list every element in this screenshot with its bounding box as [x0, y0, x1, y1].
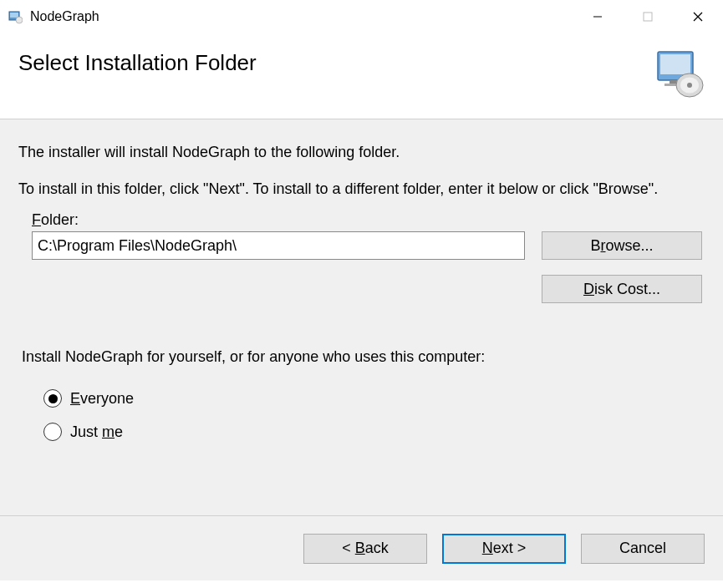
radio-circle-icon	[43, 389, 62, 408]
disk-cost-button[interactable]: Disk Cost...	[542, 275, 702, 303]
titlebar: NodeGraph	[0, 0, 723, 33]
content-section: The installer will install NodeGraph to …	[0, 119, 723, 515]
window-title: NodeGraph	[30, 9, 573, 24]
radio-everyone[interactable]: Everyone	[43, 389, 705, 408]
installer-icon	[654, 50, 705, 99]
footer-section: < Back Next > Cancel	[0, 515, 723, 580]
maximize-button	[623, 0, 673, 33]
window-controls	[573, 0, 723, 33]
instruction-text: To install in this folder, click "Next".…	[18, 178, 705, 200]
folder-input[interactable]	[32, 231, 525, 260]
svg-rect-1	[10, 13, 18, 18]
radio-circle-icon	[43, 423, 62, 441]
radio-just-me[interactable]: Just me	[43, 423, 705, 441]
header-section: Select Installation Folder	[0, 33, 723, 119]
minimize-button[interactable]	[573, 0, 623, 33]
radio-just-me-label: Just me	[70, 423, 123, 441]
description-text: The installer will install NodeGraph to …	[18, 141, 705, 163]
folder-group: Folder: Browse... Disk Cost...	[32, 211, 705, 303]
browse-button[interactable]: Browse...	[542, 231, 702, 260]
svg-rect-8	[660, 54, 690, 74]
back-button[interactable]: < Back	[303, 534, 427, 564]
radio-group: Everyone Just me	[43, 389, 705, 441]
svg-rect-4	[644, 13, 652, 21]
svg-point-2	[16, 17, 23, 23]
cancel-button[interactable]: Cancel	[581, 534, 705, 564]
install-for-label: Install NodeGraph for yourself, or for a…	[22, 348, 705, 366]
svg-point-13	[687, 83, 692, 88]
next-button[interactable]: Next >	[442, 534, 566, 564]
app-icon	[7, 8, 23, 25]
folder-label: Folder:	[32, 211, 705, 229]
close-button[interactable]	[673, 0, 723, 33]
page-title: Select Installation Folder	[18, 50, 257, 76]
radio-everyone-label: Everyone	[70, 390, 134, 408]
